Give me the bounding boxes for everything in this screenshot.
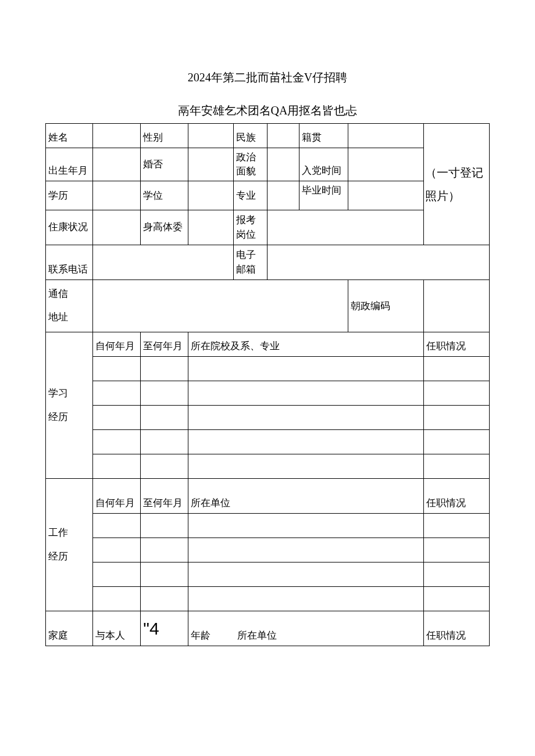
work-header-unit: 所在单位 <box>188 479 423 514</box>
study-to[interactable] <box>141 430 188 454</box>
work-from[interactable] <box>92 538 140 562</box>
study-position[interactable] <box>424 357 490 381</box>
field-graduation-date[interactable] <box>348 181 423 210</box>
label-postal-code: 朝政编码 <box>348 280 423 332</box>
work-header-to: 至何年月 <box>141 479 188 514</box>
application-form-table: 姓名 性别 民族 籍贯 （一寸登记 照片） 出生年月 婚否 政治面貌 入党时间 … <box>45 123 490 646</box>
work-unit[interactable] <box>188 587 423 611</box>
study-to[interactable] <box>141 357 188 381</box>
work-header-position: 任职情况 <box>424 479 490 514</box>
study-header-position: 任职情况 <box>424 332 490 357</box>
work-position[interactable] <box>424 514 490 538</box>
label-party-join-date: 入党时间 <box>299 148 348 181</box>
study-school[interactable] <box>188 381 423 406</box>
family-header-quote4: "4 <box>141 611 188 646</box>
field-mailing-address[interactable] <box>92 280 348 332</box>
study-row <box>46 357 490 381</box>
label-native-place: 籍贯 <box>299 124 348 148</box>
study-school[interactable] <box>188 454 423 479</box>
field-height-build[interactable] <box>188 210 233 245</box>
work-row <box>46 587 490 611</box>
family-header-position: 任职情况 <box>424 611 490 646</box>
family-header-relation: 与本人 <box>92 611 140 646</box>
work-to[interactable] <box>141 514 188 538</box>
label-apply-position: 报考岗位 <box>233 210 267 245</box>
field-gender[interactable] <box>188 124 233 148</box>
label-work-history: 工作 经历 <box>46 479 93 611</box>
label-political-status: 政治面貌 <box>233 148 267 181</box>
work-to[interactable] <box>141 562 188 587</box>
field-education[interactable] <box>92 181 140 210</box>
work-to[interactable] <box>141 587 188 611</box>
study-from[interactable] <box>92 357 140 381</box>
study-from[interactable] <box>92 406 140 430</box>
field-ethnicity[interactable] <box>267 124 299 148</box>
study-row <box>46 381 490 406</box>
field-birth-date[interactable] <box>92 148 140 181</box>
page-title: 2024年第二批而苗社金V仔招聘 <box>45 70 490 85</box>
work-row <box>46 514 490 538</box>
field-apply-position[interactable] <box>267 210 423 245</box>
work-position[interactable] <box>424 587 490 611</box>
family-header-age-unit: 年龄所在单位 <box>188 611 423 646</box>
label-family: 家庭 <box>46 611 93 646</box>
label-name: 姓名 <box>46 124 93 148</box>
study-from[interactable] <box>92 430 140 454</box>
work-row <box>46 538 490 562</box>
label-height-build: 身高体委 <box>141 210 188 245</box>
field-health-status[interactable] <box>92 210 140 245</box>
work-position[interactable] <box>424 562 490 587</box>
study-position[interactable] <box>424 406 490 430</box>
work-to[interactable] <box>141 538 188 562</box>
study-to[interactable] <box>141 406 188 430</box>
label-birth-date: 出生年月 <box>46 148 93 181</box>
label-mailing-address: 通信 地址 <box>46 280 93 332</box>
label-marital-status: 婚否 <box>141 148 188 181</box>
study-row <box>46 406 490 430</box>
work-unit[interactable] <box>188 538 423 562</box>
work-from[interactable] <box>92 514 140 538</box>
work-unit[interactable] <box>188 562 423 587</box>
work-from[interactable] <box>92 587 140 611</box>
study-position[interactable] <box>424 430 490 454</box>
field-marital-status[interactable] <box>188 148 233 181</box>
field-contact-phone[interactable] <box>92 245 233 280</box>
study-header-school: 所在院校及系、专业 <box>188 332 423 357</box>
field-native-place[interactable] <box>348 124 423 148</box>
field-major[interactable] <box>267 181 299 210</box>
work-row <box>46 562 490 587</box>
study-header-to: 至何年月 <box>141 332 188 357</box>
work-position[interactable] <box>424 538 490 562</box>
label-education: 学历 <box>46 181 93 210</box>
field-name[interactable] <box>92 124 140 148</box>
field-political-status[interactable] <box>267 148 299 181</box>
work-from[interactable] <box>92 562 140 587</box>
study-school[interactable] <box>188 357 423 381</box>
label-gender: 性别 <box>141 124 188 148</box>
study-header-from: 自何年月 <box>92 332 140 357</box>
label-study-history: 学习 经历 <box>46 332 93 479</box>
page-subtitle: 鬲年安雄乞术团名QA用抠名皆也忐 <box>45 103 490 119</box>
study-school[interactable] <box>188 430 423 454</box>
field-email[interactable] <box>267 245 489 280</box>
study-to[interactable] <box>141 381 188 406</box>
study-school[interactable] <box>188 406 423 430</box>
study-from[interactable] <box>92 454 140 479</box>
field-postal-code[interactable] <box>424 280 490 332</box>
study-row <box>46 430 490 454</box>
field-party-join-date[interactable] <box>348 148 423 181</box>
work-unit[interactable] <box>188 514 423 538</box>
work-header-from: 自何年月 <box>92 479 140 514</box>
study-to[interactable] <box>141 454 188 479</box>
study-position[interactable] <box>424 454 490 479</box>
study-row <box>46 454 490 479</box>
study-from[interactable] <box>92 381 140 406</box>
label-ethnicity: 民族 <box>233 124 267 148</box>
label-graduation-date: 毕业时间 <box>299 181 348 210</box>
field-degree[interactable] <box>188 181 233 210</box>
label-email: 电子邮箱 <box>233 245 267 280</box>
label-degree: 学位 <box>141 181 188 210</box>
study-position[interactable] <box>424 381 490 406</box>
label-contact-phone: 联系电话 <box>46 245 93 280</box>
label-health-status: 住康状况 <box>46 210 93 245</box>
